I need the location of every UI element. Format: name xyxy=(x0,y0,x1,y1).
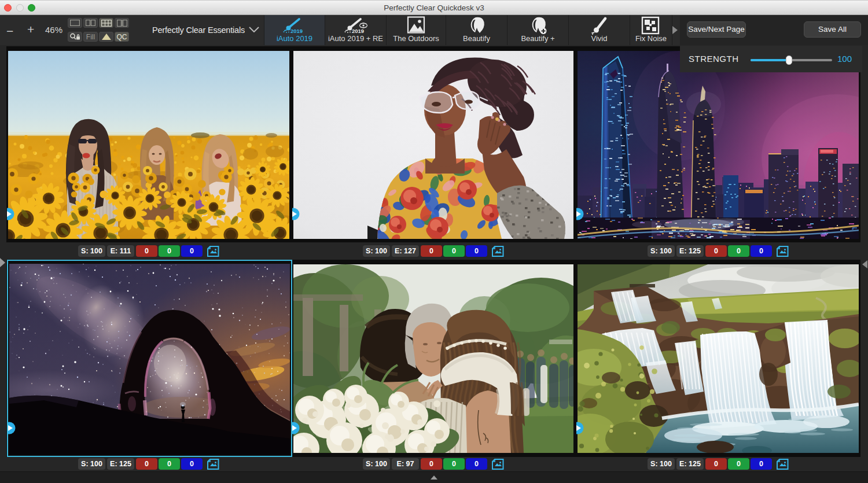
svg-text:2019: 2019 xyxy=(352,28,364,34)
svg-text:2019: 2019 xyxy=(290,28,303,34)
